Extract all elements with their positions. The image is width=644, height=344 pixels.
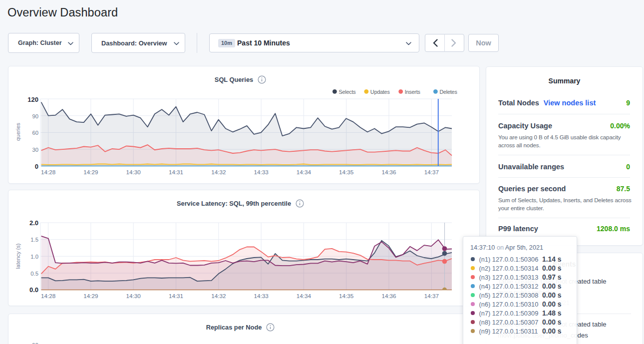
svg-text:14:32: 14:32 — [211, 293, 226, 299]
svg-text:1.0: 1.0 — [30, 254, 38, 260]
svg-text:14:37: 14:37 — [424, 293, 439, 299]
svg-text:30: 30 — [32, 147, 38, 153]
svg-text:14:30: 14:30 — [126, 169, 141, 175]
svg-text:14:35: 14:35 — [339, 169, 354, 175]
svg-text:14:30: 14:30 — [126, 293, 141, 299]
svg-text:0.5: 0.5 — [30, 271, 38, 277]
svg-text:latency (s): latency (s) — [15, 244, 21, 269]
svg-text:Inserts: Inserts — [405, 89, 421, 95]
svg-text:14:31: 14:31 — [169, 169, 183, 175]
svg-text:queries: queries — [15, 122, 21, 141]
svg-text:0: 0 — [35, 163, 38, 170]
svg-text:14:34: 14:34 — [297, 293, 312, 299]
svg-text:14:37: 14:37 — [424, 169, 439, 175]
svg-text:14:34: 14:34 — [297, 169, 312, 175]
svg-text:14:28: 14:28 — [41, 169, 55, 175]
svg-text:14:36: 14:36 — [381, 293, 396, 299]
svg-text:14:31: 14:31 — [169, 293, 183, 299]
svg-text:0.0: 0.0 — [29, 286, 38, 294]
svg-text:14:33: 14:33 — [254, 169, 268, 175]
svg-text:1.5: 1.5 — [30, 237, 38, 243]
svg-text:14:36: 14:36 — [381, 169, 396, 175]
svg-text:14:29: 14:29 — [83, 169, 98, 175]
svg-text:Updates: Updates — [370, 89, 390, 95]
svg-text:2.0: 2.0 — [29, 219, 38, 227]
svg-text:120: 120 — [27, 96, 38, 103]
svg-text:14:33: 14:33 — [254, 293, 268, 299]
svg-text:14:35: 14:35 — [339, 293, 354, 299]
svg-text:60: 60 — [32, 130, 38, 136]
svg-text:14:29: 14:29 — [83, 293, 98, 299]
svg-text:90: 90 — [32, 113, 38, 119]
svg-text:14:28: 14:28 — [41, 293, 55, 299]
svg-text:14:32: 14:32 — [211, 169, 226, 175]
svg-text:Deletes: Deletes — [439, 89, 457, 95]
svg-text:Selects: Selects — [338, 89, 356, 95]
